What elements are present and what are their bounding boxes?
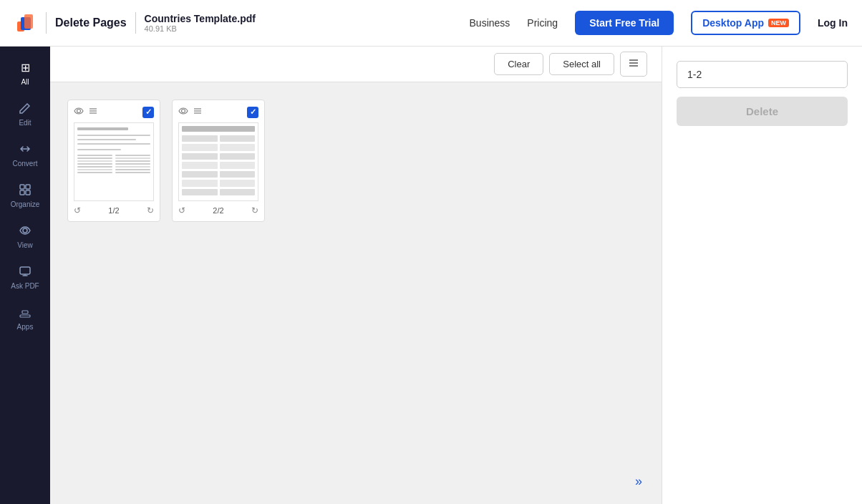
page-thumbnail-1 (74, 122, 154, 201)
sidebar: ⊞ All Edit Convert Organize View (0, 47, 50, 504)
content-area: Clear Select all (50, 47, 662, 504)
desktop-app-label: Desktop App (702, 17, 764, 29)
edit-icon (17, 100, 33, 116)
file-name: Countries Template.pdf (145, 13, 256, 24)
rotate-right-1[interactable]: ↻ (147, 205, 154, 215)
page-card-1: ↺ 1/2 ↻ (67, 100, 160, 222)
clear-button[interactable]: Clear (494, 53, 543, 75)
page-checkbox-2[interactable] (247, 107, 258, 118)
sidebar-item-organize[interactable]: Organize (4, 176, 47, 214)
view-icon (17, 223, 33, 238)
sidebar-label-ask-pdf: Ask PDF (11, 282, 39, 290)
page-label-2: 2/2 (213, 206, 223, 215)
eye-icon-1[interactable] (74, 106, 84, 118)
sidebar-label-edit: Edit (19, 119, 31, 127)
sidebar-item-ask-pdf[interactable]: Ask PDF (4, 258, 47, 296)
sidebar-label-convert: Convert (12, 160, 37, 168)
toolbar: Clear Select all (50, 47, 662, 82)
page-top-left-1 (74, 106, 98, 118)
page-card-top-2 (178, 106, 258, 118)
nav-business[interactable]: Business (470, 17, 510, 29)
all-icon: ⊞ (17, 59, 33, 75)
nav-pricing[interactable]: Pricing (527, 17, 558, 29)
svg-rect-4 (20, 185, 24, 189)
sidebar-label-all: All (21, 78, 29, 86)
sidebar-item-convert[interactable]: Convert (4, 135, 47, 173)
header-divider2 (135, 12, 136, 34)
right-panel: Delete (662, 47, 862, 504)
page-card-top-1 (74, 106, 154, 118)
logo-icon (14, 11, 37, 34)
svg-rect-11 (22, 311, 28, 314)
new-badge: NEW (768, 19, 789, 27)
page-card-2: ↺ 2/2 ↻ (172, 100, 265, 222)
header-left: Delete Pages Countries Template.pdf 40.9… (14, 11, 458, 34)
header-divider (46, 12, 47, 34)
ask-pdf-icon (17, 263, 33, 279)
svg-rect-3 (24, 14, 33, 29)
sidebar-item-all[interactable]: ⊞ All (4, 54, 47, 92)
page-card-bottom-2: ↺ 2/2 ↻ (178, 205, 258, 215)
apps-icon (17, 304, 33, 320)
expand-panel-button[interactable]: » (627, 470, 650, 493)
header-nav: Business Pricing Start Free Trial Deskto… (470, 11, 848, 35)
list-view-icon (628, 57, 639, 69)
svg-point-8 (23, 228, 27, 233)
list-view-button[interactable] (620, 52, 647, 77)
sidebar-label-organize: Organize (11, 200, 40, 208)
start-free-trial-button[interactable]: Start Free Trial (575, 11, 674, 35)
svg-rect-7 (26, 190, 30, 195)
organize-icon (17, 182, 33, 198)
rotate-right-2[interactable]: ↻ (251, 205, 258, 215)
svg-rect-5 (26, 185, 30, 189)
main-layout: ⊞ All Edit Convert Organize View (0, 47, 862, 504)
delete-button[interactable]: Delete (677, 97, 848, 126)
convert-icon (17, 141, 33, 157)
page-checkbox-1[interactable] (142, 107, 154, 118)
tool-title: Delete Pages (55, 16, 127, 29)
login-button[interactable]: Log In (818, 17, 848, 29)
eye-icon-2[interactable] (178, 106, 188, 118)
page-thumbnail-2 (178, 122, 258, 201)
page-range-input[interactable] (677, 61, 848, 88)
sidebar-item-edit[interactable]: Edit (4, 94, 47, 132)
file-info: Countries Template.pdf 40.91 KB (145, 13, 256, 33)
rotate-left-2[interactable]: ↺ (178, 205, 185, 215)
svg-rect-9 (20, 267, 30, 274)
rotate-left-1[interactable]: ↺ (74, 205, 81, 215)
header: Delete Pages Countries Template.pdf 40.9… (0, 0, 862, 47)
svg-point-19 (182, 110, 185, 113)
sidebar-item-apps[interactable]: Apps (4, 299, 47, 336)
page-label-1: 1/2 (108, 206, 119, 215)
svg-rect-10 (20, 315, 30, 317)
file-size: 40.91 KB (145, 24, 256, 33)
pages-grid: ↺ 1/2 ↻ (50, 82, 662, 504)
select-all-button[interactable]: Select all (549, 53, 614, 75)
desktop-app-button[interactable]: Desktop App NEW (691, 11, 800, 35)
menu-icon-1[interactable] (88, 106, 98, 118)
page-top-left-2 (178, 106, 203, 118)
svg-rect-6 (20, 190, 24, 195)
sidebar-label-apps: Apps (17, 323, 34, 331)
menu-icon-2[interactable] (193, 106, 203, 118)
sidebar-label-view: View (17, 241, 33, 249)
sidebar-item-view[interactable]: View (4, 217, 47, 255)
svg-point-15 (77, 110, 81, 113)
page-card-bottom-1: ↺ 1/2 ↻ (74, 205, 154, 215)
